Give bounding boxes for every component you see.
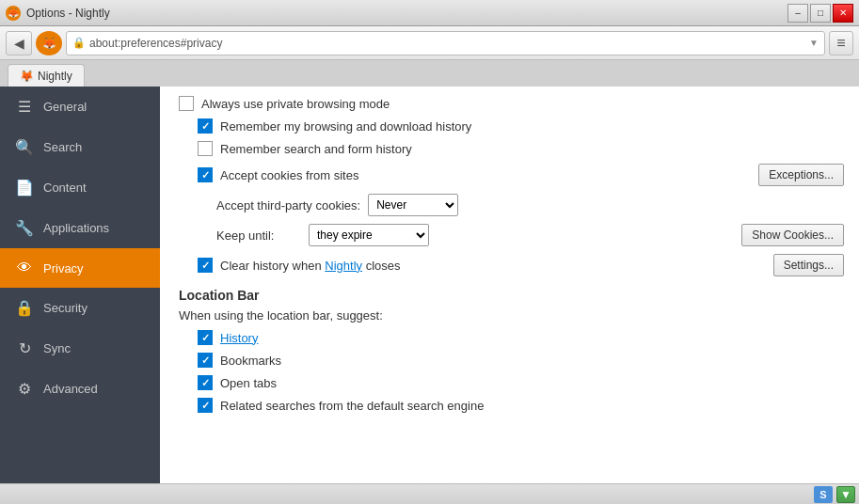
sidebar-label-applications: Applications xyxy=(43,221,109,235)
applications-icon: 🔧 xyxy=(15,219,34,237)
content-scroll[interactable]: Always use private browsing mode ✓ Remem… xyxy=(160,87,859,504)
content-icon: 📄 xyxy=(15,179,34,197)
history-checkbox[interactable]: ✓ xyxy=(198,330,213,345)
remember-search-row: Remember search and form history xyxy=(198,141,844,156)
keep-until-row: Keep until: they expire I close Firefox … xyxy=(216,224,844,246)
app-icon: 🦊 xyxy=(6,6,21,21)
related-searches-label: Related searches from the default search… xyxy=(220,399,484,413)
general-icon: ☰ xyxy=(15,98,34,116)
keep-until-select[interactable]: they expire I close Firefox ask me every… xyxy=(309,224,429,246)
remember-search-label: Remember search and form history xyxy=(220,142,412,156)
close-button[interactable]: ✕ xyxy=(833,4,853,23)
sidebar-label-privacy: Privacy xyxy=(43,261,84,276)
sidebar-item-applications[interactable]: 🔧 Applications xyxy=(0,208,160,248)
status-download-icon: ▼ xyxy=(836,486,855,503)
show-cookies-button[interactable]: Show Cookies... xyxy=(741,224,844,246)
tab-label: Nightly xyxy=(38,70,72,83)
back-button[interactable]: ◀ xyxy=(6,31,32,55)
tab-icon: 🦊 xyxy=(20,70,34,83)
status-sync-icon: S xyxy=(814,486,833,503)
sidebar-label-advanced: Advanced xyxy=(43,382,98,396)
tab-bar: 🦊 Nightly xyxy=(0,60,859,87)
privacy-icon: 👁 xyxy=(15,260,34,276)
sidebar-label-sync: Sync xyxy=(43,341,71,355)
check-mark: ✓ xyxy=(201,169,210,181)
bookmarks-label: Bookmarks xyxy=(220,354,281,368)
sidebar-label-content: Content xyxy=(43,181,87,195)
exceptions-button[interactable]: Exceptions... xyxy=(758,164,844,186)
remember-browsing-checkbox[interactable]: ✓ xyxy=(198,118,213,134)
accept-cookies-row: ✓ Accept cookies from sites Exceptions..… xyxy=(198,164,844,186)
location-bar-title: Location Bar xyxy=(179,288,844,303)
check-mark: ✓ xyxy=(201,260,210,272)
sidebar-item-privacy[interactable]: 👁 Privacy xyxy=(0,248,160,288)
open-tabs-label: Open tabs xyxy=(220,376,277,390)
check-mark: ✓ xyxy=(201,120,210,133)
sidebar-label-search: Search xyxy=(43,140,82,154)
content-area: Always use private browsing mode ✓ Remem… xyxy=(160,87,859,504)
keep-until-label: Keep until: xyxy=(216,228,301,243)
clear-history-row: ✓ Clear history when Nightly closes Sett… xyxy=(198,254,844,276)
private-browsing-label: Always use private browsing mode xyxy=(201,97,390,111)
private-browsing-row: Always use private browsing mode xyxy=(179,96,844,111)
check-mark: ✓ xyxy=(201,377,210,389)
remember-browsing-row: ✓ Remember my browsing and download hist… xyxy=(198,118,844,134)
accept-cookies-label: Accept cookies from sites xyxy=(220,168,358,182)
open-tabs-checkbox[interactable]: ✓ xyxy=(198,375,213,390)
main-container: ☰ General 🔍 Search 📄 Content 🔧 Applicati… xyxy=(0,87,859,504)
sidebar-label-general: General xyxy=(43,100,87,114)
nav-bar: ◀ 🦊 🔒 about:preferences#privacy ▼ ≡ xyxy=(0,26,859,60)
bookmarks-row: ✓ Bookmarks xyxy=(198,353,844,368)
third-party-select[interactable]: Never Always From visited xyxy=(368,194,458,216)
status-bar: S ▼ xyxy=(0,483,859,504)
accept-cookies-checkbox[interactable]: ✓ xyxy=(198,167,213,182)
sidebar-label-security: Security xyxy=(43,301,87,315)
title-bar: 🦊 Options - Nightly – □ ✕ xyxy=(0,0,859,26)
window-controls: – □ ✕ xyxy=(787,4,853,23)
sidebar-item-security[interactable]: 🔒 Security xyxy=(0,288,160,328)
main-wrapper: ☰ General 🔍 Search 📄 Content 🔧 Applicati… xyxy=(0,87,859,504)
nightly-tab[interactable]: 🦊 Nightly xyxy=(8,64,85,87)
check-mark: ✓ xyxy=(201,354,210,367)
sidebar: ☰ General 🔍 Search 📄 Content 🔧 Applicati… xyxy=(0,87,160,504)
sidebar-item-content[interactable]: 📄 Content xyxy=(0,167,160,208)
maximize-button[interactable]: □ xyxy=(810,4,831,23)
clear-history-checkbox[interactable]: ✓ xyxy=(198,258,213,273)
settings-button[interactable]: Settings... xyxy=(773,254,844,276)
sidebar-item-search[interactable]: 🔍 Search xyxy=(0,127,160,167)
address-dropdown-icon: ▼ xyxy=(809,38,819,48)
related-searches-checkbox[interactable]: ✓ xyxy=(198,398,213,413)
window-title: Options - Nightly xyxy=(26,7,110,20)
address-bar[interactable]: 🔒 about:preferences#privacy ▼ xyxy=(66,31,825,55)
menu-button[interactable]: ≡ xyxy=(829,31,853,55)
sidebar-item-general[interactable]: ☰ General xyxy=(0,87,160,127)
firefox-button[interactable]: 🦊 xyxy=(36,31,62,55)
clear-history-label: Clear history when Nightly closes xyxy=(220,259,401,273)
address-text: about:preferences#privacy xyxy=(89,37,809,50)
address-icon: 🔒 xyxy=(72,37,86,49)
bookmarks-checkbox[interactable]: ✓ xyxy=(198,353,213,368)
history-label: History xyxy=(220,331,258,345)
advanced-icon: ⚙ xyxy=(15,380,34,398)
remember-search-checkbox[interactable] xyxy=(198,141,213,156)
related-searches-row: ✓ Related searches from the default sear… xyxy=(198,398,844,413)
security-icon: 🔒 xyxy=(15,299,34,317)
third-party-label: Accept third-party cookies: xyxy=(216,198,360,213)
sync-icon: ↻ xyxy=(15,339,34,357)
sidebar-item-advanced[interactable]: ⚙ Advanced xyxy=(0,369,160,409)
open-tabs-row: ✓ Open tabs xyxy=(198,375,844,390)
check-mark: ✓ xyxy=(201,332,210,344)
private-browsing-checkbox[interactable] xyxy=(179,96,194,111)
minimize-button[interactable]: – xyxy=(787,4,808,23)
check-mark: ✓ xyxy=(201,400,210,412)
sidebar-item-sync[interactable]: ↻ Sync xyxy=(0,328,160,369)
third-party-row: Accept third-party cookies: Never Always… xyxy=(216,194,844,216)
remember-browsing-label: Remember my browsing and download histor… xyxy=(220,119,471,134)
history-row: ✓ History xyxy=(198,330,844,345)
location-bar-subtitle: When using the location bar, suggest: xyxy=(179,308,844,323)
search-icon: 🔍 xyxy=(15,138,34,156)
